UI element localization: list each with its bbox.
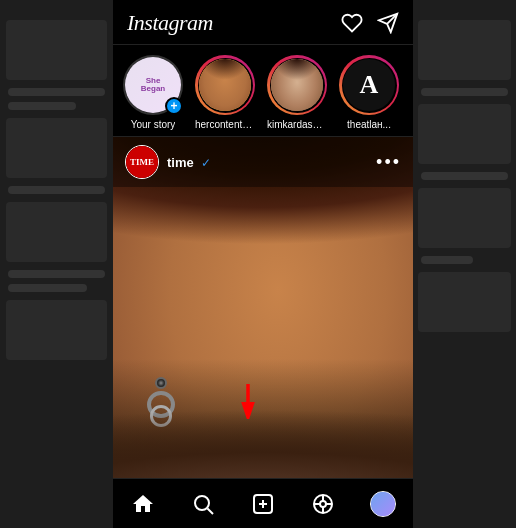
story-name-kim: kimkardashian: [267, 119, 327, 130]
instagram-logo: Instagram: [127, 10, 213, 36]
post-area: TIME time ✓ •••: [113, 137, 413, 478]
post-more-button[interactable]: •••: [376, 152, 401, 173]
post-avatar[interactable]: TIME: [125, 145, 159, 179]
post-username: time: [167, 155, 194, 170]
header-icons: [341, 12, 399, 34]
stories-row: SheBegan + Your story: [113, 45, 413, 137]
post-username-wrap: time ✓: [167, 153, 211, 171]
nav-profile-avatar[interactable]: [370, 491, 396, 517]
story-avatar-kim[interactable]: [267, 55, 327, 115]
heart-icon[interactable]: [341, 12, 363, 34]
post-header: TIME time ✓ •••: [113, 137, 413, 187]
add-story-badge[interactable]: +: [165, 97, 183, 115]
bottom-nav: [113, 478, 413, 528]
post-image: [113, 137, 413, 478]
svg-point-10: [320, 501, 326, 507]
story-name-atl: theatlан...: [347, 119, 391, 130]
your-story-avatar-wrap[interactable]: SheBegan +: [123, 55, 183, 115]
story-item-atl[interactable]: A theatlан...: [339, 55, 399, 130]
story-avatar-hc[interactable]: [195, 55, 255, 115]
nav-profile[interactable]: [363, 484, 403, 524]
story-avatar-atl[interactable]: A: [339, 55, 399, 115]
red-arrow-indicator: [223, 379, 273, 423]
nav-reels[interactable]: [303, 484, 343, 524]
post-video-frame: [113, 137, 413, 478]
atl-letter: A: [360, 70, 379, 100]
story-item-kim[interactable]: kimkardashian: [267, 55, 327, 130]
nav-search[interactable]: [183, 484, 223, 524]
svg-point-4: [195, 496, 209, 510]
phone-frame: Instagram SheBegan: [113, 0, 413, 528]
svg-line-5: [208, 508, 214, 514]
your-story-item[interactable]: SheBegan + Your story: [123, 55, 183, 130]
time-logo: TIME: [126, 146, 158, 178]
your-story-label: Your story: [131, 119, 176, 130]
verified-icon: ✓: [201, 156, 211, 170]
nav-home[interactable]: [123, 484, 163, 524]
story-item-hc[interactable]: hercontentcoa...: [195, 55, 255, 130]
story-name-hc: hercontentcoa...: [195, 119, 255, 130]
send-icon[interactable]: [377, 12, 399, 34]
left-background-panel: [0, 0, 113, 528]
right-background-panel: [413, 0, 516, 528]
nav-add[interactable]: [243, 484, 283, 524]
instagram-header: Instagram: [113, 0, 413, 45]
